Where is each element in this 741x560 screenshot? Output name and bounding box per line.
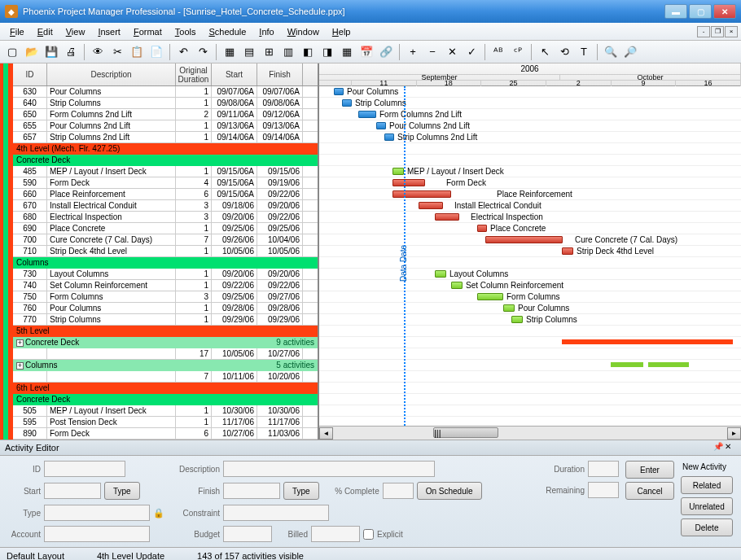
link-tool-icon[interactable]: ⟲ — [555, 43, 573, 61]
close-button[interactable]: ✕ — [713, 4, 736, 19]
link-icon[interactable]: 🔗 — [377, 43, 395, 61]
gantt-bar[interactable] — [384, 133, 394, 141]
grid-task-row[interactable]: 595Post Tension Deck111/17/0611/17/06 — [13, 417, 318, 428]
grid-group-header[interactable]: 6th Level — [13, 383, 318, 394]
minus-icon[interactable]: − — [423, 43, 441, 61]
grid-icon[interactable]: ▦ — [338, 43, 356, 61]
expand-icon[interactable]: + — [16, 339, 24, 347]
account-input[interactable] — [44, 526, 150, 542]
start-input[interactable] — [44, 483, 101, 499]
gantt-bar[interactable] — [435, 213, 459, 221]
gantt-bar[interactable] — [419, 202, 443, 209]
expand-icon[interactable]: + — [16, 362, 24, 370]
gantt-summary-bar[interactable] — [648, 362, 689, 367]
explicit-checkbox[interactable] — [363, 529, 374, 540]
open-icon[interactable]: 📂 — [23, 43, 41, 61]
cancel-button[interactable]: Cancel — [625, 482, 674, 500]
plus-icon[interactable]: + — [404, 43, 422, 61]
save-icon[interactable]: 💾 — [42, 43, 60, 61]
column-header-duration[interactable]: OriginalDuration — [176, 63, 212, 85]
minimize-button[interactable]: ▬ — [664, 4, 687, 19]
wbs-icon[interactable]: ▥ — [279, 43, 297, 61]
grid-task-row[interactable]: 730Layout Columns109/20/0609/20/06 — [13, 269, 318, 280]
zoom-out-icon[interactable]: 🔎 — [621, 43, 639, 61]
grid-task-row[interactable]: 740Set Column Reinforcement109/22/0609/2… — [13, 280, 318, 291]
unrelated-button[interactable]: Unrelated — [681, 497, 733, 515]
gantt-bar[interactable] — [392, 179, 425, 186]
grid-task-row[interactable]: 640Strip Columns109/08/06A09/08/06A — [13, 98, 318, 109]
column-header-finish[interactable]: Finish — [257, 63, 303, 85]
grid-subgroup-header[interactable]: Concrete Deck — [13, 155, 318, 166]
gantt-bar[interactable] — [435, 270, 446, 278]
network-icon[interactable]: ⊞ — [260, 43, 278, 61]
gantt-bar[interactable] — [392, 168, 404, 175]
grid-task-row[interactable]: 655Pour Columns 2nd Lift109/13/06A09/13/… — [13, 120, 318, 132]
grid-task-row[interactable]: 890Form Deck610/27/0611/03/06 — [13, 428, 318, 440]
print-preview-icon[interactable]: 👁 — [89, 43, 107, 61]
grid-task-row[interactable]: 670Install Electrical Conduit309/18/0609… — [13, 200, 318, 212]
related-button[interactable]: Related — [681, 476, 733, 494]
billed-input[interactable] — [311, 526, 360, 542]
grid-task-row[interactable]: 680Electrical Inspection309/20/0609/22/0… — [13, 212, 318, 223]
undo-icon[interactable]: ↶ — [174, 43, 192, 61]
select-icon[interactable]: ↖ — [536, 43, 554, 61]
print-icon[interactable]: 🖨 — [62, 43, 80, 61]
grid-task-row[interactable]: 630Pour Columns109/07/06A09/07/06A — [13, 86, 318, 98]
gantt-horizontal-scrollbar[interactable]: ◄ ||| ► — [319, 426, 741, 440]
on-schedule-button[interactable]: On Schedule — [417, 482, 482, 500]
grid-task-row[interactable]: 485MEP / Layout / Insert Deck109/15/06A0… — [13, 166, 318, 177]
grid-task-row[interactable]: 770Strip Columns109/29/0609/29/06 — [13, 314, 318, 326]
gantt-bar[interactable] — [376, 122, 386, 129]
menu-schedule[interactable]: Schedule — [202, 25, 252, 38]
paste-icon[interactable]: 📄 — [147, 43, 165, 61]
grid-subgroup-header[interactable]: Concrete Deck — [13, 394, 318, 405]
gantt-bar[interactable] — [503, 304, 515, 312]
grid-subgroup-header[interactable]: Columns — [13, 257, 318, 269]
menu-help[interactable]: Help — [326, 25, 357, 38]
grid-task-row[interactable]: 760Pour Columns109/28/0609/28/06 — [13, 303, 318, 314]
type-input[interactable] — [44, 505, 150, 521]
mdi-restore-button[interactable]: ❐ — [711, 26, 724, 37]
scroll-thumb[interactable]: ||| — [433, 427, 498, 438]
gantt-bar[interactable] — [562, 247, 573, 255]
x-icon[interactable]: ✕ — [443, 43, 461, 61]
gantt-bar[interactable] — [485, 236, 563, 243]
ra-icon[interactable]: ◧ — [299, 43, 317, 61]
menu-view[interactable]: View — [59, 25, 92, 38]
gantt-chart-body[interactable]: Data Date Pour ColumnsStrip ColumnsForm … — [319, 86, 741, 426]
grid-task-row[interactable]: 700Cure Concrete (7 Cal. Days)709/26/061… — [13, 234, 318, 246]
column-header-description[interactable]: Description — [47, 63, 176, 85]
date-icon[interactable]: 📅 — [357, 43, 375, 61]
menu-file[interactable]: File — [3, 25, 31, 38]
zoom-in-icon[interactable]: 🔍 — [602, 43, 620, 61]
abc-icon[interactable]: ᴬᴮ — [489, 43, 507, 61]
cpm-icon[interactable]: ᶜᴾ — [509, 43, 527, 61]
grid-task-row[interactable]: 657Strip Columns 2nd Lift109/14/06A09/14… — [13, 132, 318, 143]
enter-button[interactable]: Enter — [625, 461, 674, 479]
gantt-bar[interactable] — [451, 282, 463, 289]
finish-input[interactable] — [223, 483, 280, 499]
na-icon[interactable]: ◨ — [318, 43, 336, 61]
gantt-bar[interactable] — [511, 316, 523, 323]
id-input[interactable] — [44, 461, 125, 477]
mdi-minimize-button[interactable]: - — [697, 26, 710, 37]
menu-window[interactable]: Window — [281, 25, 326, 38]
grid-body[interactable]: 630Pour Columns109/07/06A09/07/06A640Str… — [13, 86, 318, 440]
scroll-right-button[interactable]: ► — [727, 427, 741, 440]
start-type-button[interactable]: Type — [104, 482, 140, 500]
text-icon[interactable]: T — [575, 43, 593, 61]
grid-group-header[interactable]: 4th Level (Mech. Flr. 427.25) — [13, 143, 318, 155]
grid-task-row[interactable]: 505MEP / Layout / Insert Deck110/30/0610… — [13, 405, 318, 417]
gantt-bar[interactable] — [477, 293, 503, 300]
column-header-id[interactable]: ID — [13, 63, 47, 85]
redo-icon[interactable]: ↷ — [194, 43, 212, 61]
grid-task-row[interactable]: 650Form Columns 2nd Lift209/11/06A09/12/… — [13, 109, 318, 120]
mdi-close-button[interactable]: × — [725, 26, 738, 37]
grid-task-row[interactable]: 690Place Concrete109/25/0609/25/06 — [13, 223, 318, 234]
finish-type-button[interactable]: Type — [283, 482, 319, 500]
copy-icon[interactable]: 📋 — [128, 43, 146, 61]
menu-edit[interactable]: Edit — [31, 25, 59, 38]
grid-task-row[interactable]: 710Strip Deck 4thd Level110/05/0610/05/0… — [13, 246, 318, 257]
gantt-bar[interactable] — [477, 225, 487, 232]
remaining-input[interactable] — [588, 482, 619, 498]
